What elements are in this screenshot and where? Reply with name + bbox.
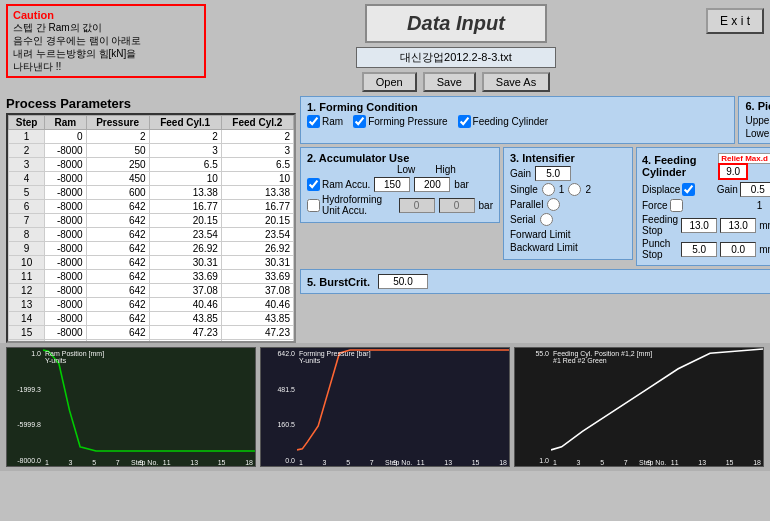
parallel-label: Parallel bbox=[510, 199, 543, 210]
feeding-stop-label: Feeding Stop bbox=[642, 214, 678, 236]
table-row: 2-80005033 bbox=[9, 144, 294, 158]
table-row: 4-80004501010 bbox=[9, 172, 294, 186]
table-row: 12-800064237.0837.08 bbox=[9, 284, 294, 298]
force-checkbox[interactable] bbox=[670, 199, 683, 212]
chart1-x-title: Step No. bbox=[131, 459, 158, 466]
process-params-panel: Process Parameters Step Ram Pressure Fee… bbox=[6, 96, 296, 343]
chart3-y-title: Feeding Cyl. Position #1,2 [mm]#1 Red #2… bbox=[553, 350, 652, 364]
caution-title: Caution bbox=[13, 9, 199, 21]
ram-checkbox[interactable] bbox=[307, 115, 320, 128]
backward-limit-label: Backward Limit bbox=[510, 242, 578, 253]
accu-high-label: High bbox=[435, 164, 456, 175]
col1-label: 1 bbox=[757, 200, 763, 211]
force-label: Force bbox=[642, 200, 668, 211]
punch-stop-label: Punch Stop bbox=[642, 238, 678, 260]
hydro-accu-high-input bbox=[439, 198, 475, 213]
hydro-accu-unit: bar bbox=[479, 200, 493, 211]
table-row: 15-800064247.2347.23 bbox=[9, 326, 294, 340]
exit-button[interactable]: E x i t bbox=[706, 8, 764, 34]
table-row: 13-800064240.4640.46 bbox=[9, 298, 294, 312]
burst-crit-panel: 5. BurstCrit. bbox=[300, 269, 770, 294]
punch-stop-1-input[interactable] bbox=[681, 242, 717, 257]
chart-feeding-position: 55.0 1.0 1357911131518 Feeding Cyl. Posi… bbox=[514, 347, 764, 467]
forming-pressure-checkbox[interactable] bbox=[353, 115, 366, 128]
piercing-upper-row: Upper bbox=[745, 114, 770, 127]
displace-label: Displace bbox=[642, 184, 680, 195]
chart-ram-position: 1.0 -1999.3 -5999.8 -8000.0 135791113151… bbox=[6, 347, 256, 467]
hydro-accu-low-input bbox=[399, 198, 435, 213]
ram-accu-unit: bar bbox=[454, 179, 468, 190]
hydro-accu-checkbox[interactable] bbox=[307, 199, 320, 212]
single-radio-2[interactable] bbox=[568, 183, 581, 196]
table-row: 7-800064220.1520.15 bbox=[9, 214, 294, 228]
feeding-cylinder-checkbox[interactable] bbox=[458, 115, 471, 128]
punch-stop-unit: mm bbox=[759, 244, 770, 255]
hydro-accu-checkbox-label[interactable]: Hydroforming Unit Accu. bbox=[307, 194, 395, 216]
chart-forming-pressure: 642.0 481.5 160.5 0.0 1357911131518 Form… bbox=[260, 347, 510, 467]
open-button[interactable]: Open bbox=[362, 72, 417, 92]
ram-accu-checkbox-label[interactable]: Ram Accu. bbox=[307, 178, 370, 191]
piercing-lower-row: Lower bbox=[745, 127, 770, 140]
table-row: 6-800064216.7716.77 bbox=[9, 200, 294, 214]
table-row: 8-800064223.5423.54 bbox=[9, 228, 294, 242]
radio2-label: 2 bbox=[585, 184, 591, 195]
punch-stop-2-input[interactable] bbox=[720, 242, 756, 257]
col-feed2: Feed Cyl.2 bbox=[221, 116, 293, 130]
gain-label-fc: Gain bbox=[717, 184, 738, 195]
ram-accu-high-input[interactable] bbox=[414, 177, 450, 192]
feeding-cylinder-checkbox-label[interactable]: Feeding Cylinder bbox=[458, 115, 549, 128]
piercing-title: 6. Piercing bbox=[745, 100, 770, 112]
burst-crit-input[interactable] bbox=[378, 274, 428, 289]
save-as-button[interactable]: Save As bbox=[482, 72, 550, 92]
feeding-cylinder-title: 4. Feeding Cylinder bbox=[642, 154, 710, 178]
single-radio-1[interactable] bbox=[542, 183, 555, 196]
table-row: 16-800064250.6250.62 bbox=[9, 340, 294, 344]
caution-box: Caution 스텝 간 Ram의 값이음수인 경우에는 램이 아래로내려 누르… bbox=[6, 4, 206, 78]
col-ram: Ram bbox=[45, 116, 86, 130]
table-row: 11-800064233.6933.69 bbox=[9, 270, 294, 284]
gain-label: Gain bbox=[510, 168, 531, 179]
displace-checkbox[interactable] bbox=[682, 183, 695, 196]
chart2-y-title: Forming Pressure [bar]Y-units bbox=[299, 350, 371, 364]
forming-pressure-checkbox-label[interactable]: Forming Pressure bbox=[353, 115, 447, 128]
ram-accu-low-input[interactable] bbox=[374, 177, 410, 192]
data-input-title: Data Input bbox=[365, 4, 547, 43]
hydro-accu-label: Hydroforming Unit Accu. bbox=[322, 194, 395, 216]
feeding-gain-input[interactable] bbox=[740, 182, 770, 197]
table-row: 14-800064243.8543.85 bbox=[9, 312, 294, 326]
process-params-title: Process Parameters bbox=[6, 96, 296, 111]
save-button[interactable]: Save bbox=[423, 72, 476, 92]
forming-condition-panel: 1. Forming Condition Ram Forming Pressur… bbox=[300, 96, 735, 144]
forward-limit-label: Forward Limit bbox=[510, 229, 571, 240]
table-row: 10222 bbox=[9, 130, 294, 144]
piercing-panel: 6. Piercing Upper Lower bbox=[738, 96, 770, 144]
caution-text: 스텝 간 Ram의 값이음수인 경우에는 램이 아래로내려 누르는방향의 힘[k… bbox=[13, 21, 199, 73]
charts-area: 1.0 -1999.3 -5999.8 -8000.0 135791113151… bbox=[0, 343, 770, 471]
filename-display: 대신강업2012.2-8-3.txt bbox=[356, 47, 556, 68]
feeding-cylinder-panel: 4. Feeding Cylinder Relief Max.d Displac… bbox=[636, 147, 770, 266]
intensifier-gain-input[interactable] bbox=[535, 166, 571, 181]
accumulator-title: 2. Accumulator Use bbox=[307, 152, 493, 164]
col-step: Step bbox=[9, 116, 45, 130]
accu-low-label: Low bbox=[397, 164, 415, 175]
parallel-radio[interactable] bbox=[547, 198, 560, 211]
piercing-upper-label: Upper bbox=[745, 115, 770, 126]
relief-value-input[interactable] bbox=[718, 163, 748, 180]
serial-label: Serial bbox=[510, 214, 536, 225]
params-table-container[interactable]: Step Ram Pressure Feed Cyl.1 Feed Cyl.2 … bbox=[6, 113, 296, 343]
feeding-stop-1-input[interactable] bbox=[681, 218, 717, 233]
feeding-stop-2-input[interactable] bbox=[720, 218, 756, 233]
serial-radio[interactable] bbox=[540, 213, 553, 226]
table-row: 10-800064230.3130.31 bbox=[9, 256, 294, 270]
chart3-x-title: Step No. bbox=[639, 459, 666, 466]
table-row: 5-800060013.3813.38 bbox=[9, 186, 294, 200]
feeding-stop-unit: mm bbox=[759, 220, 770, 231]
intensifier-panel: 3. Intensifier Gain Single 1 2 Parallel bbox=[503, 147, 633, 260]
ram-checkbox-label[interactable]: Ram bbox=[307, 115, 343, 128]
ram-accu-checkbox[interactable] bbox=[307, 178, 320, 191]
col-feed1: Feed Cyl.1 bbox=[149, 116, 221, 130]
accumulator-panel: 2. Accumulator Use Low High Ram Accu. ba… bbox=[300, 147, 500, 223]
chart1-y-title: Ram Position [mm]Y-units bbox=[45, 350, 104, 364]
params-table: Step Ram Pressure Feed Cyl.1 Feed Cyl.2 … bbox=[8, 115, 294, 343]
ram-accu-label: Ram Accu. bbox=[322, 179, 370, 190]
